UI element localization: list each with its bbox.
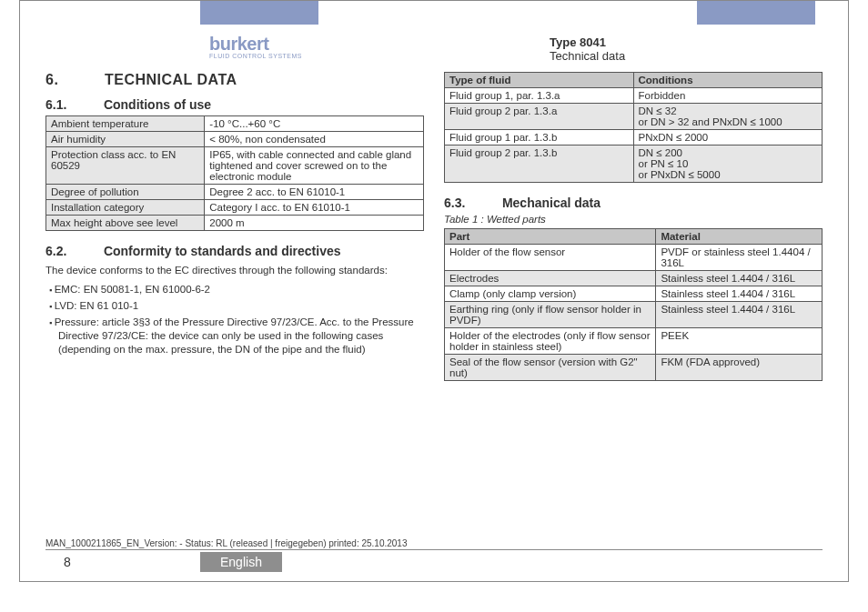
table-cell: Stainless steel 1.4404 / 316L — [656, 302, 823, 328]
table-row: Holder of the flow sensorPVDF or stainle… — [445, 245, 823, 271]
decorative-tab-right — [697, 1, 815, 25]
fluid-type-table: Type of fluid Conditions Fluid group 1, … — [444, 72, 823, 183]
table-row: Holder of the electrodes (only if flow s… — [445, 328, 823, 355]
table-cell: Electrodes — [445, 271, 656, 286]
list-item: LVD: EN 61 010-1 — [58, 299, 424, 313]
list-item: Pressure: article 3§3 of the Pressure Di… — [58, 316, 424, 356]
table-cell: Stainless steel 1.4404 / 316L — [656, 271, 823, 286]
header-row: burkert FLUID CONTROL SYSTEMS Type 8041 … — [45, 34, 823, 63]
page-number: 8 — [45, 555, 200, 569]
table-cell: 2000 m — [205, 216, 424, 231]
table-caption: Table 1 : Wetted parts — [444, 214, 823, 225]
table-row: Fluid group 1, par. 1.3.aForbidden — [445, 88, 823, 104]
table-cell: PVDF or stainless steel 1.4404 / 316L — [656, 245, 823, 271]
table-cell: Holder of the flow sensor — [445, 245, 656, 271]
section-heading: 6. TECHNICAL DATA — [45, 72, 424, 88]
table-cell: Max height above see level — [46, 216, 205, 231]
subsection-number: 6.3. — [444, 196, 499, 210]
table-row: ElectrodesStainless steel 1.4404 / 316L — [445, 271, 823, 286]
list-item: EMC: EN 50081-1, EN 61000-6-2 — [58, 283, 424, 296]
table-cell: FKM (FDA approved) — [656, 355, 823, 381]
table-cell: PEEK — [656, 328, 823, 355]
table-cell: IP65, with cable connected and cable gla… — [205, 147, 424, 185]
top-tab-strip — [45, 1, 823, 25]
table-cell: Degree 2 acc. to EN 61010-1 — [205, 185, 424, 200]
logo-area: burkert FLUID CONTROL SYSTEMS — [45, 34, 428, 63]
conditions-table: Ambient temperature-10 °C...+60 °CAir hu… — [45, 115, 424, 231]
table-cell: Fluid group 1 par. 1.3.b — [445, 130, 634, 145]
section-title: TECHNICAL DATA — [105, 72, 237, 87]
table-header: Part — [445, 229, 656, 245]
brand-name: burkert — [209, 34, 428, 55]
table-cell: Fluid group 2 par. 1.3.b — [445, 145, 634, 183]
table-cell: Stainless steel 1.4404 / 316L — [656, 286, 823, 302]
wetted-parts-table: Part Material Holder of the flow sensorP… — [444, 228, 823, 381]
table-row: Air humidity< 80%, non condensated — [46, 132, 424, 147]
content-columns: 6. TECHNICAL DATA 6.1. Conditions of use… — [45, 72, 823, 381]
subsection-heading: 6.2. Conformity to standards and directi… — [45, 244, 424, 258]
table-cell: Holder of the electrodes (only if flow s… — [445, 328, 656, 355]
subsection-title: Conditions of use — [104, 97, 211, 112]
brand-tagline: FLUID CONTROL SYSTEMS — [209, 53, 428, 59]
doc-type: Type 8041 — [550, 35, 823, 49]
doc-header: Type 8041 Technical data — [550, 34, 823, 63]
table-row: Ambient temperature-10 °C...+60 °C — [46, 116, 424, 132]
table-cell: DN ≤ 200or PN ≤ 10or PNxDN ≤ 5000 — [633, 145, 823, 183]
table-cell: Degree of pollution — [46, 185, 205, 200]
table-cell: Installation category — [46, 200, 205, 216]
table-row: Fluid group 2 par. 1.3.aDN ≤ 32or DN > 3… — [445, 104, 823, 130]
left-column: 6. TECHNICAL DATA 6.1. Conditions of use… — [45, 72, 424, 381]
table-cell: PNxDN ≤ 2000 — [633, 130, 823, 145]
doc-section: Technical data — [550, 49, 823, 63]
subsection-title: Conformity to standards and directives — [104, 244, 341, 258]
table-cell: Seal of the flow sensor (version with G2… — [445, 355, 656, 381]
subsection-title: Mechanical data — [502, 196, 601, 210]
table-cell: Fluid group 2 par. 1.3.a — [445, 104, 634, 130]
page-footer: MAN_1000211865_EN_Version: - Status: RL … — [45, 538, 823, 572]
decorative-tab-left — [200, 1, 318, 25]
table-cell: Clamp (only clamp version) — [445, 286, 656, 302]
table-row: Fluid group 1 par. 1.3.bPNxDN ≤ 2000 — [445, 130, 823, 145]
table-cell: Protection class acc. to EN 60529 — [46, 147, 205, 185]
table-header: Material — [656, 229, 823, 245]
table-cell: Ambient temperature — [46, 116, 205, 132]
table-row: Installation categoryCategory I acc. to … — [46, 200, 424, 216]
table-cell: -10 °C...+60 °C — [205, 116, 424, 132]
subsection-heading: 6.1. Conditions of use — [45, 97, 424, 112]
table-cell: Fluid group 1, par. 1.3.a — [445, 88, 634, 104]
subsection-heading: 6.3. Mechanical data — [444, 196, 823, 210]
table-cell: < 80%, non condensated — [205, 132, 424, 147]
table-cell: Category I acc. to EN 61010-1 — [205, 200, 424, 216]
table-cell: Earthing ring (only if flow sensor holde… — [445, 302, 656, 328]
table-row: Clamp (only clamp version)Stainless stee… — [445, 286, 823, 302]
right-column: Type of fluid Conditions Fluid group 1, … — [444, 72, 823, 381]
table-row: Degree of pollutionDegree 2 acc. to EN 6… — [46, 185, 424, 200]
table-row: Seal of the flow sensor (version with G2… — [445, 355, 823, 381]
section-number: 6. — [45, 72, 100, 88]
table-cell: Air humidity — [46, 132, 205, 147]
table-cell: Forbidden — [633, 88, 823, 104]
conformity-list: EMC: EN 50081-1, EN 61000-6-2LVD: EN 61 … — [45, 283, 424, 356]
table-row: Earthing ring (only if flow sensor holde… — [445, 302, 823, 328]
table-header: Type of fluid — [445, 73, 634, 88]
conformity-intro: The device conforms to the EC directives… — [45, 264, 424, 277]
subsection-number: 6.2. — [45, 244, 100, 258]
language-badge: English — [200, 552, 282, 572]
table-row: Protection class acc. to EN 60529IP65, w… — [46, 147, 424, 185]
table-cell: DN ≤ 32or DN > 32 and PNxDN ≤ 1000 — [633, 104, 823, 130]
document-page: burkert FLUID CONTROL SYSTEMS Type 8041 … — [19, 0, 849, 582]
subsection-number: 6.1. — [45, 97, 100, 112]
table-row: Fluid group 2 par. 1.3.bDN ≤ 200or PN ≤ … — [445, 145, 823, 183]
table-header: Conditions — [633, 73, 823, 88]
table-row: Max height above see level2000 m — [46, 216, 424, 231]
footer-meta: MAN_1000211865_EN_Version: - Status: RL … — [45, 538, 823, 550]
